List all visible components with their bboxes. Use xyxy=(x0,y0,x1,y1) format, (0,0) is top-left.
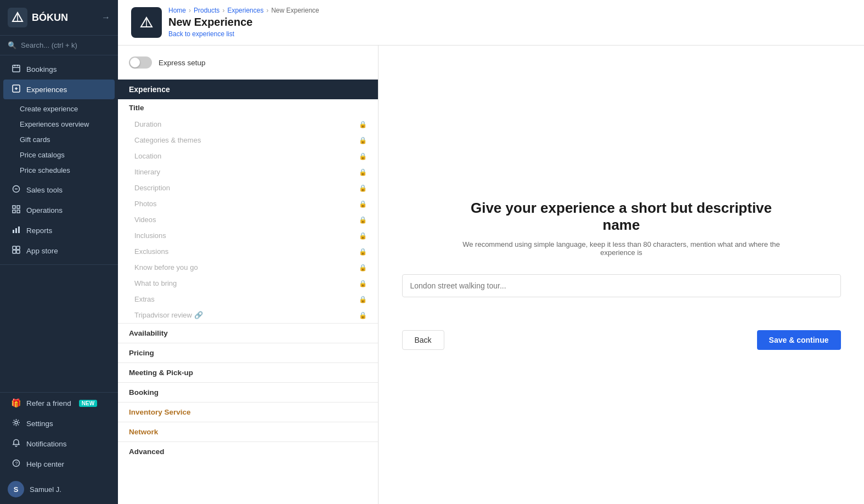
breadcrumb-home[interactable]: Home xyxy=(168,7,186,14)
lock-icon: 🔒 xyxy=(359,168,367,176)
nav-subitem-inclusions[interactable]: Inclusions 🔒 xyxy=(118,228,378,243)
nav-subitem-duration[interactable]: Duration 🔒 xyxy=(118,116,378,132)
back-to-list-link[interactable]: Back to experience list xyxy=(168,30,234,38)
reports-icon xyxy=(11,225,21,235)
nav-section-pricing[interactable]: Pricing xyxy=(118,343,378,363)
notifications-icon xyxy=(11,439,21,449)
nav-subitem-know-before[interactable]: Know before you go 🔒 xyxy=(118,259,378,275)
nav-subitem-label: Itinerary xyxy=(134,168,160,176)
nav-subitem-extras[interactable]: Extras 🔒 xyxy=(118,291,378,307)
sidebar-subitem-experiences-overview[interactable]: Experiences overview xyxy=(3,117,115,132)
svg-rect-14 xyxy=(18,226,20,233)
breadcrumb-sep-2: › xyxy=(222,7,224,14)
nav-section-inventory-service[interactable]: Inventory Service xyxy=(118,402,378,422)
sidebar-item-experiences[interactable]: Experiences xyxy=(3,80,115,99)
nav-title-item[interactable]: Title xyxy=(118,99,378,116)
sidebar-item-label: Sales tools xyxy=(26,186,63,194)
nav-section-booking[interactable]: Booking xyxy=(118,382,378,402)
svg-point-19 xyxy=(15,421,18,424)
nav-section-network[interactable]: Network xyxy=(118,422,378,441)
sidebar-item-app-store[interactable]: App store xyxy=(3,241,115,261)
toggle-knob xyxy=(130,58,140,67)
nav-subitem-tripadvisor[interactable]: Tripadvisor review 🔗 🔒 xyxy=(118,307,378,323)
svg-rect-9 xyxy=(17,206,20,208)
nav-subitem-itinerary[interactable]: Itinerary 🔒 xyxy=(118,164,378,180)
save-continue-button[interactable]: Save & continue xyxy=(757,330,841,350)
experience-nav-section: Experience Title Duration 🔒 Categories &… xyxy=(118,80,378,461)
sidebar-subitem-gift-cards[interactable]: Gift cards xyxy=(3,132,115,147)
experience-title-input[interactable] xyxy=(402,274,841,297)
svg-rect-2 xyxy=(13,65,20,72)
experience-nav-header[interactable]: Experience xyxy=(118,80,378,99)
sales-tools-icon xyxy=(11,185,21,195)
experience-nav-header-label: Experience xyxy=(129,85,170,94)
main-content: Home › Products › Experiences › New Expe… xyxy=(118,0,864,504)
operations-icon xyxy=(11,205,21,215)
sidebar-header: BÓKUN → xyxy=(0,0,118,36)
search-placeholder: Search... (ctrl + k) xyxy=(21,41,77,49)
lock-icon: 🔒 xyxy=(359,232,367,240)
sidebar: BÓKUN → 🔍 Search... (ctrl + k) Bookings … xyxy=(0,0,118,504)
svg-rect-17 xyxy=(13,250,16,253)
nav-subitem-label: Videos xyxy=(134,216,156,224)
sidebar-subitem-price-schedules[interactable]: Price schedules xyxy=(3,163,115,178)
nav-section-advanced[interactable]: Advanced xyxy=(118,441,378,461)
nav-subitem-label: Categories & themes xyxy=(134,136,201,144)
svg-rect-15 xyxy=(13,246,16,250)
nav-subitem-categories[interactable]: Categories & themes 🔒 xyxy=(118,132,378,148)
sidebar-item-sales-tools[interactable]: Sales tools xyxy=(3,180,115,200)
svg-rect-13 xyxy=(15,228,17,233)
sidebar-item-help-center[interactable]: ? Help center xyxy=(3,454,115,474)
logo-text: BÓKUN xyxy=(32,12,68,24)
nav-subitem-description[interactable]: Description 🔒 xyxy=(118,180,378,196)
nav-subitem-videos[interactable]: Videos 🔒 xyxy=(118,212,378,228)
sidebar-item-label: App store xyxy=(26,247,58,255)
breadcrumb-products[interactable]: Products xyxy=(194,7,219,14)
svg-rect-11 xyxy=(17,210,20,213)
sidebar-item-label: Help center xyxy=(26,460,64,468)
nav-subitem-label: Exclusions xyxy=(134,247,168,256)
sidebar-subitem-price-catalogs[interactable]: Price catalogs xyxy=(3,148,115,162)
new-badge: NEW xyxy=(79,400,97,407)
sidebar-subitem-create-experience[interactable]: Create experience xyxy=(3,101,115,116)
left-panel: Express setup Experience Title Duration … xyxy=(118,46,379,504)
lock-icon: 🔒 xyxy=(359,216,367,224)
nav-subitem-location[interactable]: Location 🔒 xyxy=(118,148,378,164)
nav-section-meeting-pickup[interactable]: Meeting & Pick-up xyxy=(118,363,378,382)
sidebar-item-notifications[interactable]: Notifications xyxy=(3,434,115,454)
experiences-submenu: Create experience Experiences overview G… xyxy=(0,100,118,179)
nav-subitem-what-to-bring[interactable]: What to bring 🔒 xyxy=(118,275,378,291)
back-button[interactable]: Back xyxy=(402,330,444,350)
user-profile[interactable]: S Samuel J. xyxy=(0,474,118,504)
sidebar-item-bookings[interactable]: Bookings xyxy=(3,59,115,79)
nav-subitem-label: Tripadvisor review 🔗 xyxy=(134,311,203,319)
refer-friend-icon: 🎁 xyxy=(11,398,21,408)
svg-text:?: ? xyxy=(15,461,18,466)
lock-icon: 🔒 xyxy=(359,137,367,144)
search-icon: 🔍 xyxy=(8,41,16,49)
nav-subitem-photos[interactable]: Photos 🔒 xyxy=(118,196,378,212)
lock-icon: 🔒 xyxy=(359,296,367,303)
sidebar-item-label: Operations xyxy=(26,206,63,214)
settings-icon xyxy=(11,418,21,428)
lock-icon: 🔒 xyxy=(359,248,367,256)
breadcrumb-experiences[interactable]: Experiences xyxy=(227,7,263,14)
express-setup-toggle[interactable] xyxy=(129,56,152,69)
nav-subitem-exclusions[interactable]: Exclusions 🔒 xyxy=(118,243,378,259)
sidebar-item-label: Reports xyxy=(26,226,52,235)
sidebar-main-nav: Bookings Experiences Create experience E… xyxy=(0,55,118,265)
sidebar-item-refer-friend[interactable]: 🎁 Refer a friend NEW xyxy=(3,393,115,413)
experiences-icon xyxy=(11,84,21,94)
user-avatar: S xyxy=(8,481,24,497)
sidebar-item-reports[interactable]: Reports xyxy=(3,220,115,240)
nav-section-availability[interactable]: Availability xyxy=(118,323,378,343)
sidebar-item-operations[interactable]: Operations xyxy=(3,200,115,220)
search-bar[interactable]: 🔍 Search... (ctrl + k) xyxy=(0,36,118,55)
lock-icon: 🔒 xyxy=(359,200,367,208)
logo-icon xyxy=(8,8,27,27)
sidebar-item-label: Notifications xyxy=(26,440,67,448)
sidebar-item-settings[interactable]: Settings xyxy=(3,414,115,433)
lock-icon: 🔒 xyxy=(359,312,367,319)
sidebar-collapse-button[interactable]: → xyxy=(101,13,110,22)
nav-subitem-label: Know before you go xyxy=(134,263,198,271)
